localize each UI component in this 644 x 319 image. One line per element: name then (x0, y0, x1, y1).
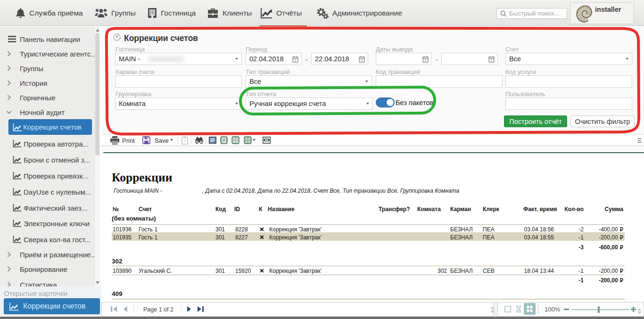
svg-text:7: 7 (294, 58, 296, 63)
svg-text:?: ? (183, 139, 186, 143)
svg-text:7: 7 (361, 58, 363, 63)
svg-text:7: 7 (490, 58, 492, 63)
svg-text:7: 7 (424, 58, 426, 63)
